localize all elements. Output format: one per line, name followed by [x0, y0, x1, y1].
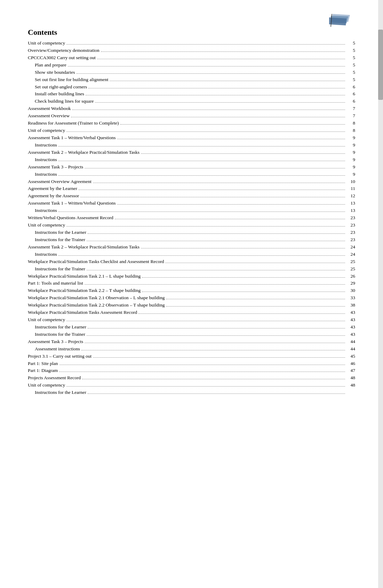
- toc-page-number: 45: [346, 353, 355, 360]
- toc-dots: [72, 110, 345, 110]
- toc-dots: [138, 313, 345, 314]
- toc-row: Instructions for the Trainer25: [28, 265, 355, 273]
- toc-page-number: 7: [346, 112, 355, 120]
- toc-row: Unit of competency5: [28, 40, 355, 47]
- toc-item-text: Instructions for the Trainer: [28, 265, 85, 273]
- scrollbar[interactable]: [378, 0, 383, 588]
- toc-page-number: 44: [346, 338, 355, 345]
- toc-item-text: Instructions: [28, 142, 57, 149]
- toc-page-number: 8: [346, 127, 355, 134]
- toc-page-number: 5: [346, 76, 355, 84]
- toc-dots: [120, 124, 345, 125]
- toc-item-text: Written/Verbal Questions Assessment Reco…: [28, 214, 113, 222]
- toc-dots: [166, 299, 345, 299]
- toc-page-number: 5: [346, 62, 355, 69]
- toc-item-text: Install other building lines: [28, 90, 84, 98]
- scrollbar-thumb[interactable]: [378, 30, 383, 100]
- toc-item-text: Instructions: [28, 156, 57, 164]
- toc-row: Part 1: Diagram47: [28, 367, 355, 374]
- toc-row: Assessment Task 1 – Written/Verbal Quest…: [28, 134, 355, 142]
- toc-dots: [58, 146, 345, 146]
- toc-dots: [80, 197, 345, 197]
- logo-area: [327, 7, 369, 26]
- toc-page-number: 38: [346, 302, 355, 309]
- toc-dots: [81, 350, 345, 350]
- toc-row: Install other building lines6: [28, 90, 355, 98]
- toc-page-number: 23: [346, 222, 355, 229]
- toc-row: Projects Assessment Record48: [28, 374, 355, 382]
- toc-dots: [85, 168, 345, 168]
- toc-item-text: Instructions for the Trainer: [28, 331, 85, 338]
- toc-page-number: 24: [346, 244, 355, 251]
- toc-dots: [115, 219, 345, 219]
- toc-row: Instructions for the Learner: [28, 389, 355, 396]
- toc-page-number: 43: [346, 316, 355, 324]
- toc-row: Instructions for the Learner23: [28, 229, 355, 236]
- toc-item-text: Set out right-angled corners: [28, 84, 87, 91]
- toc-dots: [66, 321, 345, 321]
- toc-row: Readiness for Assessment (Trainer to Com…: [28, 120, 355, 127]
- toc-item-text: Workplace Practical/Simulation Task 2.2 …: [28, 302, 165, 309]
- toc-dots: [87, 335, 345, 336]
- toc-item-text: Instructions: [28, 251, 57, 258]
- toc-page-number: 43: [346, 324, 355, 331]
- toc-item-text: Assessment Task 3 – Projects: [28, 338, 83, 345]
- toc-page-number: 9: [346, 134, 355, 142]
- toc-page-number: 43: [346, 309, 355, 316]
- toc-row: Workplace Practical/Simulation Tasks Ass…: [28, 309, 355, 316]
- toc-page-number: 24: [346, 251, 355, 258]
- toc-dots: [95, 102, 345, 103]
- toc-dots: [93, 357, 345, 358]
- toc-dots: [142, 292, 345, 292]
- toc-item-text: Check building lines for square: [28, 98, 94, 105]
- toc-row: Assessment Task 3 – Projects44: [28, 338, 355, 345]
- toc-dots: [71, 117, 345, 117]
- toc-page-number: 9: [346, 142, 355, 149]
- toc-page-number: 5: [346, 69, 355, 76]
- toc-item-text: Part 1: Site plan: [28, 360, 58, 367]
- toc-dots: [82, 379, 345, 379]
- toc-page-number: 44: [346, 345, 355, 353]
- toc-item-text: Project 3.1 – Carry out setting out: [28, 353, 91, 360]
- toc-item-text: Workplace Practical/Simulation Task 2.1 …: [28, 273, 141, 280]
- toc-page-number: 8: [346, 120, 355, 127]
- toc-item-text: Agreement by the Assessor: [28, 192, 79, 200]
- toc-dots: [68, 66, 345, 66]
- toc-item-text: Instructions for the Learner: [28, 229, 86, 236]
- toc-row: Assessment Task 2 – Workplace Practical/…: [28, 149, 355, 156]
- toc-row: Plan and prepare5: [28, 62, 355, 69]
- toc-item-text: Assessment Task 2 – Workplace Practical/…: [28, 149, 139, 156]
- toc-row: Workplace Practical/Simulation Task 2.2 …: [28, 287, 355, 294]
- toc-item-text: Show site boundaries: [28, 69, 75, 76]
- toc-row: Written/Verbal Questions Assessment Reco…: [28, 214, 355, 222]
- toc-page-number: 43: [346, 331, 355, 338]
- toc-page-number: 5: [346, 54, 355, 62]
- toc-row: Agreement by the Learner11: [28, 185, 355, 192]
- toc-page-number: 25: [346, 258, 355, 265]
- toc-row: Instructions for the Learner43: [28, 324, 355, 331]
- toc-row: Instructions for the Trainer43: [28, 331, 355, 338]
- toc-item-text: Part 1: Diagram: [28, 367, 58, 374]
- logo-icon: [312, 12, 352, 30]
- toc-row: Workplace Practical/Simulation Task 2.2 …: [28, 302, 355, 309]
- toc-page-number: 5: [346, 47, 355, 54]
- toc-item-text: Workplace Practical/Simulation Tasks Ass…: [28, 309, 137, 316]
- toc-row: Unit of competency43: [28, 316, 355, 324]
- toc-row: Part 1: Site plan46: [28, 360, 355, 367]
- toc-dots: [58, 175, 345, 176]
- toc-item-text: Assessment Overview Agreement: [28, 178, 91, 185]
- toc-row: Show site boundaries5: [28, 69, 355, 76]
- toc-item-text: Assessment Overview: [28, 112, 70, 120]
- toc-item-text: Unit of competency: [28, 40, 65, 47]
- toc-row: Workplace Practical/Simulation Task 2.1 …: [28, 273, 355, 280]
- toc-page-number: 9: [346, 149, 355, 156]
- toc-page-number: 30: [346, 287, 355, 294]
- toc-row: Instructions24: [28, 251, 355, 258]
- toc-page-number: 23: [346, 214, 355, 222]
- toc-page-number: 48: [346, 374, 355, 382]
- toc-row: Set out right-angled corners6: [28, 84, 355, 91]
- toc-page-number: 13: [346, 200, 355, 207]
- toc-row: Overview/Competency demonstration5: [28, 47, 355, 54]
- toc-item-text: Instructions for the Learner: [28, 324, 86, 331]
- toc-item-text: Instructions for the Learner: [28, 389, 86, 396]
